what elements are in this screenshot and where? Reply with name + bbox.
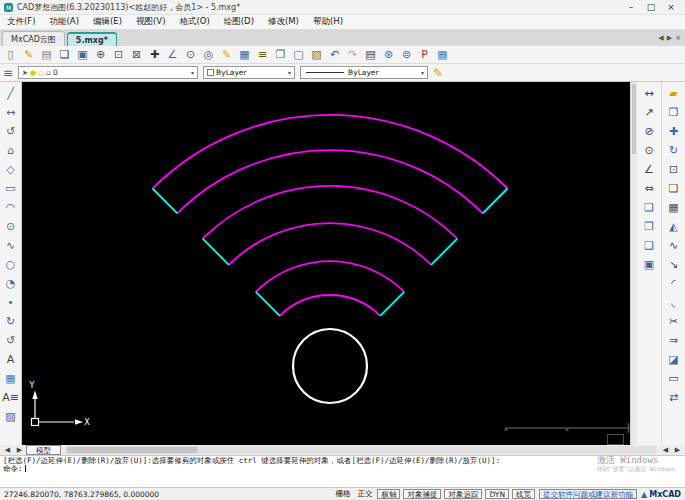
menu-item[interactable]: 功能(A) bbox=[43, 16, 86, 28]
redo-icon[interactable]: ↷ bbox=[344, 47, 361, 62]
wifi-dot-circle[interactable] bbox=[293, 329, 367, 403]
text-list-icon[interactable]: ≡ bbox=[254, 47, 271, 62]
explode-icon[interactable]: ◪ bbox=[664, 350, 683, 368]
save-file-icon[interactable]: ▣ bbox=[74, 47, 91, 62]
save-block-icon[interactable]: ▧ bbox=[308, 47, 325, 62]
pan-icon[interactable]: ✚ bbox=[146, 47, 163, 62]
block-tool-1-icon[interactable]: ❏ bbox=[640, 198, 659, 216]
mirror-icon[interactable]: ◭ bbox=[664, 217, 683, 235]
layout-scroll-left-icon[interactable]: ◀ bbox=[2, 446, 13, 454]
wipeout-icon[interactable]: ▭ bbox=[664, 369, 683, 387]
print-icon[interactable]: ▤ bbox=[362, 47, 379, 62]
ellipse-arc-icon[interactable]: ◔ bbox=[1, 274, 20, 292]
block-tool-2-icon[interactable]: ❐ bbox=[640, 217, 659, 235]
tab-scroll-right-icon[interactable]: ▶ bbox=[667, 34, 672, 42]
ellipse-icon[interactable]: ○ bbox=[1, 255, 20, 273]
menu-item[interactable]: 文件(F) bbox=[0, 16, 43, 28]
stretch-icon[interactable]: ↘ bbox=[664, 255, 683, 273]
toggle-polar[interactable]: 极轴 bbox=[377, 489, 400, 499]
wifi-band-inner[interactable] bbox=[256, 261, 404, 316]
color-table-icon[interactable]: ▦ bbox=[236, 47, 253, 62]
mtext-icon[interactable]: A≡ bbox=[1, 388, 20, 406]
menu-item[interactable]: 格式(O) bbox=[172, 16, 216, 28]
canvas-vertical-scrollbar[interactable] bbox=[630, 82, 637, 445]
open-file-icon[interactable]: ❏ bbox=[56, 47, 73, 62]
scale-icon[interactable]: ⊡ bbox=[664, 160, 683, 178]
text-icon[interactable]: A bbox=[1, 350, 20, 368]
rotate-icon[interactable]: ↻ bbox=[664, 141, 683, 159]
linetype-select[interactable]: ByLayer ▾ bbox=[300, 66, 428, 79]
menu-item[interactable]: 帮助(H) bbox=[306, 16, 350, 28]
draw-pencil-icon[interactable]: ✎ bbox=[218, 47, 235, 62]
minimize-button[interactable]: – bbox=[621, 2, 641, 12]
layout-scroll-right-icon[interactable]: ▶ bbox=[14, 446, 25, 454]
quick-pencil-icon[interactable]: ✎ bbox=[433, 66, 443, 80]
trim-icon[interactable]: ✂ bbox=[664, 312, 683, 330]
move-icon[interactable]: ✚ bbox=[664, 122, 683, 140]
tab-scroll-left-icon[interactable]: ◀ bbox=[658, 34, 663, 42]
zoom-dynamic-icon[interactable]: ⊕ bbox=[92, 47, 109, 62]
image-insert-icon[interactable]: ▦ bbox=[1, 369, 20, 387]
baseline-dim-icon[interactable]: ⇔ bbox=[640, 179, 659, 197]
maximize-button[interactable]: □ bbox=[641, 2, 661, 12]
point-icon[interactable]: • bbox=[1, 293, 20, 311]
block-tool-4-icon[interactable]: ▣ bbox=[640, 255, 659, 273]
linear-dim-icon[interactable]: ↔ bbox=[640, 84, 659, 102]
web-publish-icon[interactable]: ⊛ bbox=[380, 47, 397, 62]
web-settings-icon[interactable]: ⊜ bbox=[398, 47, 415, 62]
tab-close-icon[interactable]: × bbox=[675, 34, 681, 42]
radius-dim-icon[interactable]: ⊙ bbox=[640, 141, 659, 159]
menu-item[interactable]: 视图(V) bbox=[129, 16, 172, 28]
ghost-dimension-entity[interactable] bbox=[504, 423, 630, 445]
wifi-band-middle[interactable] bbox=[203, 186, 458, 265]
tab-model[interactable]: 模型 bbox=[26, 445, 61, 455]
menu-item[interactable]: 编辑(E) bbox=[86, 16, 129, 28]
fillet-icon[interactable]: ◜ bbox=[664, 274, 683, 292]
zoom-center-icon[interactable]: ⊙ bbox=[182, 47, 199, 62]
zoom-window-icon[interactable]: ⊡ bbox=[110, 47, 127, 62]
arc-icon[interactable]: ◠ bbox=[1, 198, 20, 216]
command-line-panel[interactable]: [栏选(F)/边延伸(E)/删除(R)/放弃(U)]:选择要修剪的对象或按住 c… bbox=[0, 456, 685, 488]
color-select[interactable]: ByLayer ▾ bbox=[203, 66, 295, 79]
offset-icon[interactable]: ❏ bbox=[664, 179, 683, 197]
tab-5mxg[interactable]: 5.mxg* bbox=[67, 32, 117, 46]
hscroll-right-icon[interactable]: ▶ bbox=[672, 446, 683, 454]
close-button[interactable]: × bbox=[661, 2, 681, 12]
feedback-link[interactable]: 提交软件问题或建议新功能 bbox=[539, 489, 637, 499]
toggle-lineweight[interactable]: 线宽 bbox=[512, 489, 535, 499]
zoom-extents-icon[interactable]: ⊠ bbox=[128, 47, 145, 62]
erase-icon[interactable]: ▰ bbox=[664, 84, 683, 102]
line-angle-icon[interactable]: ∠ bbox=[164, 47, 181, 62]
hatch-icon[interactable]: ▨ bbox=[1, 407, 20, 425]
angular-dim-icon[interactable]: ∠ bbox=[640, 160, 659, 178]
join-icon[interactable]: ⇄ bbox=[664, 388, 683, 406]
polyline-icon[interactable]: ↺ bbox=[1, 122, 20, 140]
drawing-canvas[interactable]: Y X bbox=[22, 82, 630, 445]
screen-display-icon[interactable]: ▢ bbox=[290, 47, 307, 62]
toggle-grid[interactable]: 栅格 bbox=[333, 489, 352, 499]
toggle-dyn[interactable]: DYN bbox=[485, 489, 509, 499]
block-tool-3-icon[interactable]: ❑ bbox=[640, 236, 659, 254]
tab-mxcad-cloud[interactable]: MxCAD云图 bbox=[2, 31, 65, 46]
save-sketch-icon[interactable]: ▤ bbox=[38, 47, 55, 62]
circle-icon[interactable]: ⊙ bbox=[1, 217, 20, 235]
block-insert-icon[interactable]: ↻ bbox=[1, 312, 20, 330]
pdf-export-icon[interactable]: P bbox=[416, 47, 433, 62]
aligned-dim-icon[interactable]: ↗ bbox=[640, 103, 659, 121]
sketch-edit-icon[interactable]: ✎ bbox=[20, 47, 37, 62]
polygon-icon[interactable]: ◇ bbox=[1, 160, 20, 178]
canvas-horizontal-scrollbar[interactable] bbox=[65, 446, 656, 454]
copy-page-icon[interactable]: ❐ bbox=[272, 47, 289, 62]
horizontal-scroll-thumb[interactable] bbox=[67, 447, 197, 453]
wifi-band-outer[interactable] bbox=[153, 115, 508, 213]
find-icon[interactable]: ◎ bbox=[200, 47, 217, 62]
new-file-icon[interactable]: ▯ bbox=[2, 47, 19, 62]
copy-icon[interactable]: ❐ bbox=[664, 103, 683, 121]
menu-item[interactable]: 绘图(D) bbox=[217, 16, 261, 28]
block-create-icon[interactable]: ↺ bbox=[1, 331, 20, 349]
menu-item[interactable]: 修改(M) bbox=[261, 16, 306, 28]
layer-manager-icon[interactable]: ≡ bbox=[3, 66, 13, 80]
toggle-ortho[interactable]: 正交 bbox=[355, 489, 374, 499]
layer-select[interactable]: ➤●○▫ 0 ▾ bbox=[18, 66, 198, 79]
construction-line-icon[interactable]: ↔ bbox=[1, 103, 20, 121]
